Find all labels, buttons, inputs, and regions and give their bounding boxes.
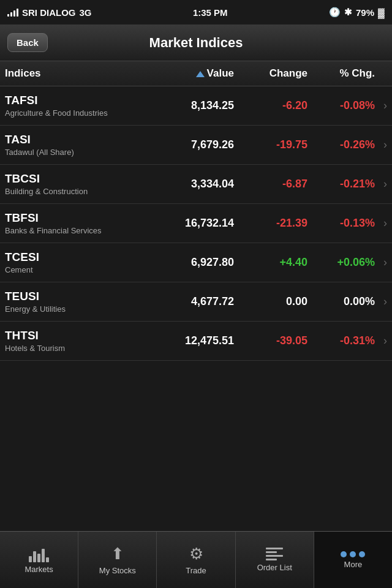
index-name-col: THTSI Hotels & Tourism (5, 329, 154, 353)
signal-icon (7, 8, 18, 17)
table-row[interactable]: TEUSI Energy & Utilities 4,677.72 0.00 0… (0, 282, 392, 322)
network-label: 3G (80, 7, 92, 18)
index-code: THTSI (5, 329, 154, 342)
col-pct-header: % Chg. (307, 67, 375, 80)
tab-more[interactable]: More (314, 532, 392, 588)
table-row[interactable]: TASI Tadawul (All Share) 7,679.26 -19.75… (0, 126, 392, 165)
row-chevron-icon: › (375, 334, 387, 347)
sort-arrow-icon (196, 71, 205, 77)
table-row[interactable]: TBCSI Building & Construction 3,334.04 -… (0, 165, 392, 204)
battery-label: 79% (356, 7, 374, 18)
status-left: SRI DIALOG 3G (7, 7, 92, 18)
index-value: 8,134.25 (154, 99, 234, 112)
index-change: -6.20 (234, 99, 307, 112)
index-value: 7,679.26 (154, 138, 234, 151)
index-change: -21.39 (234, 217, 307, 230)
index-desc: Cement (5, 265, 154, 274)
tab-bar: Markets ⬆ My Stocks ⚙ Trade Order List M… (0, 531, 392, 588)
index-code: TBCSI (5, 172, 154, 186)
index-code: TAFSI (5, 94, 154, 107)
row-chevron-icon: › (375, 178, 387, 190)
index-value: 4,677.72 (154, 295, 234, 308)
trade-icon: ⚙ (189, 545, 203, 564)
index-pct: -0.13% (307, 217, 375, 230)
index-desc: Agriculture & Food Industries (5, 108, 154, 118)
index-code: TEUSI (5, 290, 154, 303)
tab-orderlist-label: Order List (257, 563, 292, 572)
bluetooth-icon: ✱ (344, 7, 352, 18)
status-bar: SRI DIALOG 3G 1:35 PM 🕐 ✱ 79% ▓ (0, 0, 392, 24)
battery-icon: ▓ (378, 7, 385, 18)
index-desc: Banks & Financial Services (5, 226, 154, 235)
index-name-col: TASI Tadawul (All Share) (5, 133, 154, 157)
tab-trade-label: Trade (186, 566, 206, 575)
status-right: 🕐 ✱ 79% ▓ (329, 7, 385, 18)
index-desc: Building & Construction (5, 187, 154, 196)
index-code: TCESI (5, 251, 154, 264)
back-button[interactable]: Back (7, 33, 48, 52)
col-change-header: Change (234, 67, 307, 80)
index-pct: 0.00% (307, 295, 375, 308)
index-code: TASI (5, 133, 154, 146)
table-row[interactable]: TAFSI Agriculture & Food Industries 8,13… (0, 86, 392, 126)
nav-bar: Back Market Indices (0, 24, 392, 61)
table-row[interactable]: THTSI Hotels & Tourism 12,475.51 -39.05 … (0, 322, 392, 361)
carrier-label: SRI DIALOG (22, 7, 76, 18)
table-header: Indices Value Change % Chg. (0, 61, 392, 86)
index-value: 6,927.80 (154, 256, 234, 269)
index-name-col: TCESI Cement (5, 251, 154, 274)
row-chevron-icon: › (375, 99, 387, 112)
index-change: 0.00 (234, 295, 307, 308)
row-chevron-icon: › (375, 295, 387, 308)
index-name-col: TBFSI Banks & Financial Services (5, 211, 154, 235)
index-pct: -0.31% (307, 334, 375, 347)
col-value-header: Value (154, 67, 234, 80)
table-row[interactable]: TBFSI Banks & Financial Services 16,732.… (0, 204, 392, 243)
index-value: 12,475.51 (154, 334, 234, 347)
row-chevron-icon: › (375, 256, 387, 269)
more-icon (341, 551, 365, 557)
index-name-col: TAFSI Agriculture & Food Industries (5, 94, 154, 118)
tab-mystocks-label: My Stocks (99, 566, 136, 575)
index-name-col: TBCSI Building & Construction (5, 172, 154, 196)
index-desc: Hotels & Tourism (5, 344, 154, 353)
tab-trade[interactable]: ⚙ Trade (157, 532, 235, 588)
index-code: TBFSI (5, 211, 154, 225)
markets-icon (29, 546, 49, 562)
clock-icon: 🕐 (329, 7, 341, 18)
index-change: -6.87 (234, 178, 307, 190)
col-indices-header: Indices (5, 67, 154, 80)
index-pct: +0.06% (307, 256, 375, 269)
row-chevron-icon: › (375, 138, 387, 151)
orderlist-icon (266, 548, 283, 560)
index-desc: Energy & Utilities (5, 304, 154, 314)
page-title: Market Indices (149, 35, 243, 51)
time-label: 1:35 PM (193, 7, 228, 18)
index-change: -39.05 (234, 334, 307, 347)
index-pct: -0.26% (307, 138, 375, 151)
row-chevron-icon: › (375, 217, 387, 230)
index-value: 3,334.04 (154, 178, 234, 190)
index-value: 16,732.14 (154, 217, 234, 230)
index-pct: -0.21% (307, 178, 375, 190)
table-row[interactable]: TCESI Cement 6,927.80 +4.40 +0.06% › (0, 243, 392, 282)
index-pct: -0.08% (307, 99, 375, 112)
mystocks-icon: ⬆ (111, 545, 124, 564)
index-name-col: TEUSI Energy & Utilities (5, 290, 154, 314)
index-change: +4.40 (234, 256, 307, 269)
tab-more-label: More (344, 560, 363, 569)
tab-markets-label: Markets (24, 565, 53, 574)
index-change: -19.75 (234, 138, 307, 151)
tab-orderlist[interactable]: Order List (236, 532, 314, 588)
indices-list: TAFSI Agriculture & Food Industries 8,13… (0, 86, 392, 527)
index-desc: Tadawul (All Share) (5, 148, 154, 157)
tab-mystocks[interactable]: ⬆ My Stocks (78, 532, 157, 588)
tab-markets[interactable]: Markets (0, 532, 78, 588)
